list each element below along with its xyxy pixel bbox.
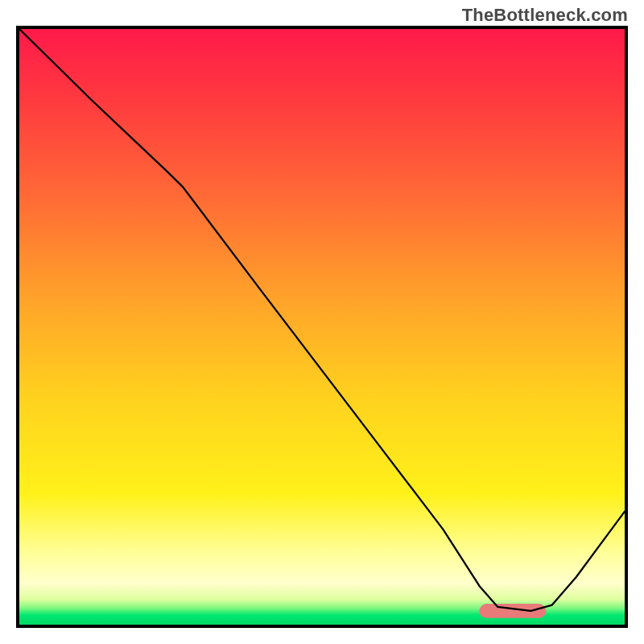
optimal-range-marker (480, 604, 547, 618)
watermark-text: TheBottleneck.com (462, 5, 628, 26)
chart-frame (16, 26, 628, 628)
chart-plot-area (19, 29, 625, 625)
